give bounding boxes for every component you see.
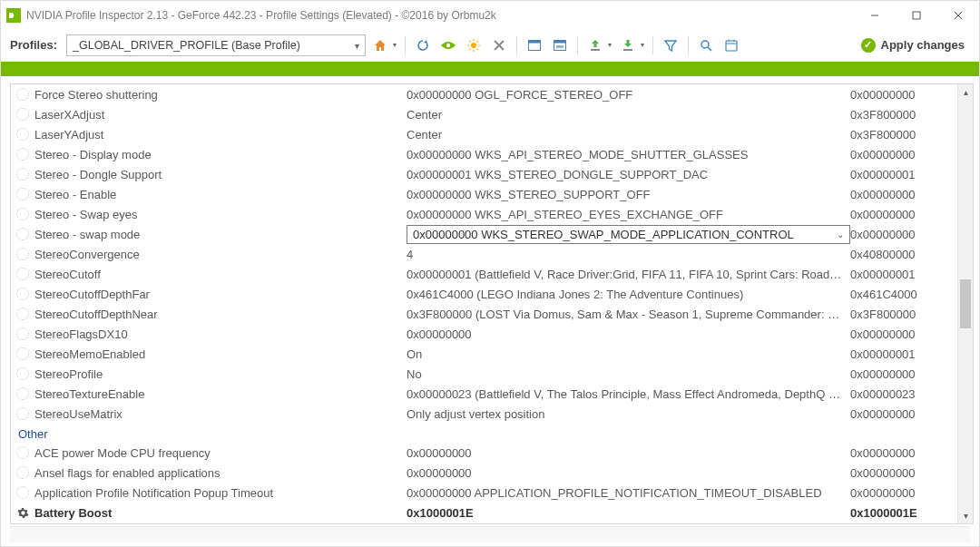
setting-hex: 0x00000023 [850,387,950,401]
setting-hex: 0x00000000 [850,327,950,341]
setting-row[interactable]: StereoCutoffDepthNear0x3F800000 (LOST Vi… [11,304,957,324]
setting-hex: 0x461C4000 [850,288,950,301]
setting-hex: 0x00000000 [850,407,950,421]
separator [405,36,406,54]
setting-row[interactable]: StereoCutoff0x00000001 (Battlefield V, R… [11,264,957,284]
setting-row[interactable]: StereoCutoffDepthFar0x461C4000 (LEGO Ind… [11,284,957,304]
window-1-button[interactable] [524,34,545,56]
setting-hex: 0x00000001 [850,268,950,281]
setting-row[interactable]: LaserYAdjustCenter0x3F800000 [11,124,957,144]
refresh-button[interactable] [412,34,434,56]
setting-row[interactable]: StereoMemoEnabledOn0x00000001 [11,344,957,364]
settings-grid-body[interactable]: Force Stereo shuttering0x00000000 OGL_FO… [11,84,973,523]
scrollbar-thumb[interactable] [960,279,971,327]
setting-row[interactable]: Application Profile Notification Popup T… [11,483,957,503]
setting-hex: 0x00000000 [850,486,950,500]
setting-hex: 0x40800000 [850,248,950,261]
bullet-icon [16,88,29,101]
setting-row[interactable]: StereoConvergence40x40800000 [11,244,957,264]
setting-hex: 0x00000000 [850,88,950,102]
setting-name: StereoFlagsDX10 [34,327,407,341]
setting-hex: 0x00000000 [850,367,950,381]
setting-value: 0x00000000 WKS_STEREO_SUPPORT_OFF [407,188,850,201]
filter-button[interactable] [660,34,681,56]
setting-hex: 0x00000001 [850,347,950,361]
setting-row[interactable]: ACE power Mode CPU frequency0x000000000x… [11,443,957,463]
setting-row[interactable]: Ansel flags for enabled applications0x00… [11,463,957,483]
vertical-scrollbar[interactable]: ▴ ▾ [957,84,973,523]
setting-value: 0x00000000 APPLICATION_PROFILE_NOTIFICAT… [407,486,850,500]
date-button[interactable] [720,34,742,56]
setting-row[interactable]: Stereo - Swap eyes0x00000000 WKS_API_STE… [11,204,957,224]
delete-button[interactable] [488,34,510,56]
setting-name: StereoCutoffDepthFar [34,288,407,301]
setting-value: 0x3F800000 (LOST Via Domus, Sam & Max - … [407,308,850,321]
setting-value[interactable]: 0x00000000 WKS_STEREO_SWAP_MODE_APPLICAT… [407,225,850,244]
setting-row[interactable]: Force Stereo shuttering0x00000000 OGL_FO… [11,84,957,104]
setting-name: StereoMemoEnabled [34,347,407,361]
setting-value: 0x00000000 WKS_API_STEREO_EYES_EXCHANGE_… [407,208,850,221]
nvidia-eye-button[interactable] [437,34,459,56]
maximize-button[interactable] [896,2,937,29]
dropdown-caret-icon[interactable]: ▾ [641,41,644,49]
setting-row[interactable]: Battery Boost0x1000001E0x1000001E [11,503,957,523]
section-header: Other [11,424,957,443]
bullet-icon [16,308,29,320]
search-button[interactable] [695,34,717,56]
svg-rect-23 [623,49,632,51]
export-button[interactable] [584,34,606,56]
setting-value: 0x00000000 OGL_FORCE_STEREO_OFF [407,88,850,102]
bullet-icon [16,248,29,260]
setting-row[interactable]: StereoProfileNo0x00000000 [11,364,957,384]
setting-name: Stereo - Dongle Support [34,168,407,181]
sun-button[interactable] [463,34,485,56]
setting-row[interactable]: Stereo - swap mode0x00000000 WKS_STEREO_… [11,224,957,244]
setting-value: 0x00000001 WKS_STEREO_DONGLE_SUPPORT_DAC [407,168,850,181]
setting-row[interactable]: StereoUseMatrixOnly adjust vertex positi… [11,404,957,424]
dropdown-caret-icon[interactable]: ▾ [608,41,612,49]
setting-name: StereoConvergence [34,248,407,261]
setting-name: Ansel flags for enabled applications [34,466,407,480]
accent-bar [1,62,979,76]
bullet-icon [16,128,29,141]
setting-name: LaserYAdjust [34,128,407,142]
svg-rect-22 [591,49,600,51]
bullet-icon [16,148,29,161]
close-button[interactable] [937,2,979,29]
bullet-icon [16,347,29,360]
setting-hex: 0x00000000 [850,188,950,201]
setting-value: 0x00000000 [407,446,850,460]
minimize-button[interactable] [854,2,896,29]
app-window: NVIDIA Profile Inspector 2.13 - GeForce … [0,0,980,547]
scroll-up-button[interactable]: ▴ [958,84,973,100]
setting-name: LaserXAdjust [34,108,407,122]
bullet-icon [16,466,29,479]
home-button[interactable] [369,34,391,56]
bullet-icon [16,228,29,240]
svg-rect-18 [529,40,541,43]
profile-combobox[interactable]: _GLOBAL_DRIVER_PROFILE (Base Profile) ▾ [66,34,366,56]
apply-changes-button[interactable]: ✓ Apply changes [856,34,970,57]
bullet-icon [16,446,29,459]
setting-name: Application Profile Notification Popup T… [34,486,407,500]
setting-row[interactable]: LaserXAdjustCenter0x3F800000 [11,104,957,124]
dropdown-caret-icon[interactable]: ▾ [393,41,397,49]
setting-name: StereoUseMatrix [34,407,407,421]
setting-row[interactable]: StereoFlagsDX100x000000000x00000000 [11,324,957,344]
import-button[interactable] [617,34,639,56]
separator [688,36,689,54]
gear-icon [16,506,29,519]
setting-row[interactable]: StereoTextureEnable0x00000023 (Battlefie… [11,384,957,404]
setting-row[interactable]: Stereo - Enable0x00000000 WKS_STEREO_SUP… [11,184,957,204]
setting-name: Stereo - Enable [34,188,407,201]
bullet-icon [16,327,29,340]
setting-value: Center [407,108,850,122]
scroll-down-button[interactable]: ▾ [958,508,973,523]
setting-value: No [407,367,850,381]
bullet-icon [16,108,29,121]
svg-line-13 [477,41,478,42]
window-2-button[interactable] [549,34,571,56]
setting-row[interactable]: Stereo - Dongle Support0x00000001 WKS_ST… [11,164,957,184]
setting-row[interactable]: Stereo - Display mode0x00000000 WKS_API_… [11,144,957,164]
setting-value-dropdown[interactable]: 0x00000000 WKS_STEREO_SWAP_MODE_APPLICAT… [407,225,850,244]
